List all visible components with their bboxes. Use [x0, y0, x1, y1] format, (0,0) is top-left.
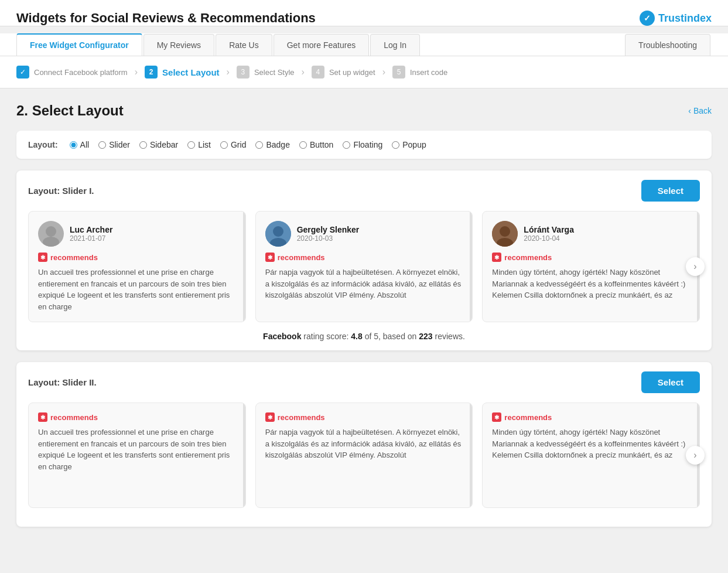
reviewer-gergely-name: Gergely Slenker [297, 225, 360, 234]
rating-score: 4.8 [351, 332, 362, 341]
slider-ii-select-button[interactable]: Select [641, 371, 700, 393]
review-card-luc: Luc Archer 2021-01-07 ✱ recommends Un ac… [28, 211, 246, 322]
v2-3-recommends-text: recommends [504, 413, 552, 422]
breadcrumb-step-4: 4 Set up widget [312, 66, 375, 79]
trustindex-checkmark-icon: ✓ [640, 11, 655, 26]
reviewer-lorant-date: 2020-10-04 [524, 234, 574, 243]
radio-floating-label: Floating [353, 140, 382, 149]
radio-floating-input[interactable] [343, 141, 350, 149]
radio-badge-input[interactable] [255, 141, 263, 149]
radio-sidebar-input[interactable] [139, 141, 147, 149]
back-button[interactable]: ‹ Back [688, 106, 712, 115]
breadcrumb-step-1: ✓ Connect Facebook platform [16, 66, 128, 79]
section-title: 2. Select Layout [16, 103, 124, 119]
breadcrumb-arrow-2: › [227, 67, 230, 77]
slider-i-header: Layout: Slider I. Select [28, 180, 700, 202]
v2-3-review-text: Minden úgy történt, ahogy ígérték! Nagy … [492, 427, 690, 461]
radio-badge-label: Badge [266, 140, 289, 149]
radio-list-input[interactable] [187, 141, 195, 149]
tab-bar: Free Widget Configurator My Reviews Rate… [16, 33, 712, 56]
svg-point-1 [43, 237, 59, 247]
breadcrumb-step-3: 3 Select Style [237, 66, 295, 79]
reviewer-luc-date: 2021-01-07 [70, 234, 112, 243]
rating-platform: Facebook [263, 332, 301, 341]
radio-all[interactable]: All [70, 140, 90, 149]
v2-3-recommends-icon: ✱ [492, 412, 501, 422]
v2-2-recommends-badge: ✱ recommends [265, 412, 463, 422]
radio-sidebar[interactable]: Sidebar [139, 140, 178, 149]
main-content: 2. Select Layout ‹ Back Layout: All Slid… [0, 88, 728, 552]
step-1-label: Connect Facebook platform [34, 68, 128, 77]
rating-count: 223 [419, 332, 432, 341]
lorant-recommends-text: recommends [504, 253, 552, 262]
radio-floating[interactable]: Floating [343, 140, 382, 149]
radio-button-label: Button [310, 140, 333, 149]
reviewer-lorant-name: Lóránt Varga [524, 225, 574, 234]
layout-radio-group: All Slider Sidebar List Grid Badge [70, 140, 426, 149]
breadcrumb-step-2: 2 Select Layout [145, 66, 220, 79]
step-2-num: 2 [145, 66, 158, 79]
layout-filter-label: Layout: [28, 140, 58, 149]
breadcrumb-arrow-4: › [382, 67, 385, 77]
reviewer-luc-name: Luc Archer [70, 225, 112, 234]
reviewer-lorant-avatar [492, 221, 518, 247]
back-label: Back [693, 106, 712, 115]
slider-ii-next-arrow[interactable]: › [686, 446, 705, 465]
step-4-num: 4 [312, 66, 324, 79]
v2-1-recommends-icon: ✱ [38, 412, 47, 422]
tab-log-in[interactable]: Log In [370, 34, 420, 56]
slider-ii-title: Layout: Slider II. [28, 377, 97, 387]
radio-slider[interactable]: Slider [98, 140, 130, 149]
radio-all-label: All [80, 140, 90, 149]
step-3-label: Select Style [254, 68, 295, 77]
tab-free-widget[interactable]: Free Widget Configurator [16, 33, 142, 56]
step-1-check-icon: ✓ [16, 66, 29, 79]
tab-my-reviews[interactable]: My Reviews [143, 34, 214, 56]
review-card-v2-2: ✱ recommends Pár napja vagyok túl a hajb… [255, 403, 473, 508]
reviewer-lorant-details: Lóránt Varga 2020-10-04 [524, 225, 574, 243]
review-card-gergely: Gergely Slenker 2020-10-03 ✱ recommends … [255, 211, 473, 322]
tab-get-features[interactable]: Get more Features [274, 34, 370, 56]
review-card-lorant: Lóránt Varga 2020-10-04 ✱ recommends Min… [482, 211, 700, 322]
radio-grid-input[interactable] [220, 141, 228, 149]
v2-1-recommends-text: recommends [50, 413, 98, 422]
radio-list[interactable]: List [187, 140, 211, 149]
section-header: 2. Select Layout ‹ Back [16, 103, 712, 119]
reviewer-gergely-avatar [265, 221, 291, 247]
breadcrumb-arrow-1: › [135, 67, 138, 77]
radio-all-input[interactable] [70, 141, 77, 149]
reviewer-gergely-date: 2020-10-03 [297, 234, 360, 243]
luc-recommends-icon: ✱ [38, 253, 47, 262]
radio-popup-label: Popup [402, 140, 426, 149]
radio-button-input[interactable] [299, 141, 307, 149]
luc-recommends-text: recommends [50, 253, 98, 262]
lorant-recommends-icon: ✱ [492, 253, 501, 262]
back-chevron-icon: ‹ [688, 106, 691, 115]
review-card-v2-1: ✱ recommends Un accueil tres professionn… [28, 403, 246, 508]
radio-badge[interactable]: Badge [255, 140, 289, 149]
gergely-review-text: Pár napja vagyok túl a hajbeültetésen. A… [265, 267, 463, 301]
lorant-review-text: Minden úgy történt, ahogy ígérték! Nagy … [492, 267, 690, 301]
slider-i-rating-bar: Facebook rating score: 4.8 of 5, based o… [28, 332, 700, 341]
radio-button[interactable]: Button [299, 140, 333, 149]
radio-popup[interactable]: Popup [392, 140, 426, 149]
v2-1-recommends-badge: ✱ recommends [38, 412, 236, 422]
gergely-recommends-badge: ✱ recommends [265, 253, 463, 262]
step-4-label: Set up widget [329, 68, 375, 77]
slider-i-next-arrow[interactable]: › [686, 257, 705, 276]
slider-ii-header: Layout: Slider II. Select [28, 371, 700, 393]
radio-popup-input[interactable] [392, 141, 399, 149]
trustindex-logo: ✓ Trustindex [640, 11, 712, 26]
reviewer-luc-details: Luc Archer 2021-01-07 [70, 225, 112, 243]
tab-rate-us[interactable]: Rate Us [216, 34, 272, 56]
v2-1-review-text: Un accueil tres professionnel et une pri… [38, 427, 236, 472]
breadcrumb-arrow-3: › [302, 67, 305, 77]
tab-troubleshooting[interactable]: Troubleshooting [625, 34, 710, 56]
app-header: Widgets for Social Reviews & Recommendat… [0, 0, 728, 26]
app-title: Widgets for Social Reviews & Recommendat… [16, 11, 316, 26]
svg-point-3 [273, 226, 283, 237]
radio-slider-input[interactable] [98, 141, 106, 149]
slider-i-select-button[interactable]: Select [641, 180, 700, 202]
radio-grid[interactable]: Grid [220, 140, 246, 149]
gergely-recommends-icon: ✱ [265, 253, 275, 262]
